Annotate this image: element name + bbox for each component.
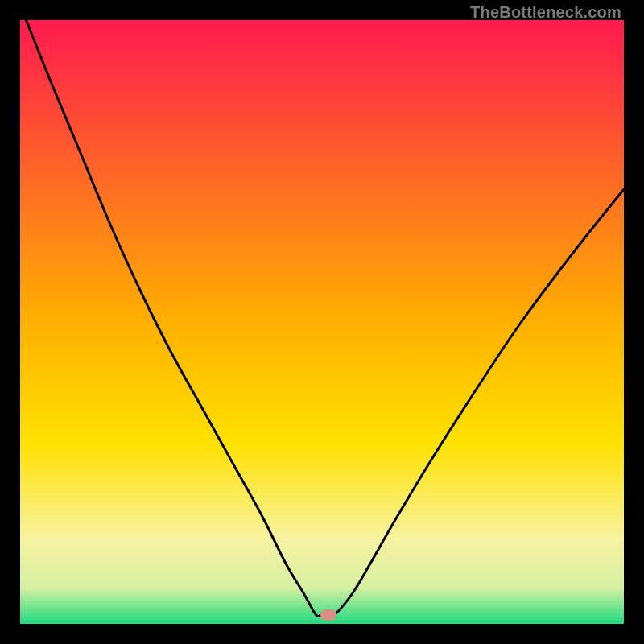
watermark-text: TheBottleneck.com xyxy=(470,3,621,22)
chart-frame: TheBottleneck.com xyxy=(0,0,644,644)
optimal-point-marker xyxy=(320,609,336,621)
plot-area xyxy=(20,20,624,624)
bottleneck-curve xyxy=(20,20,624,624)
